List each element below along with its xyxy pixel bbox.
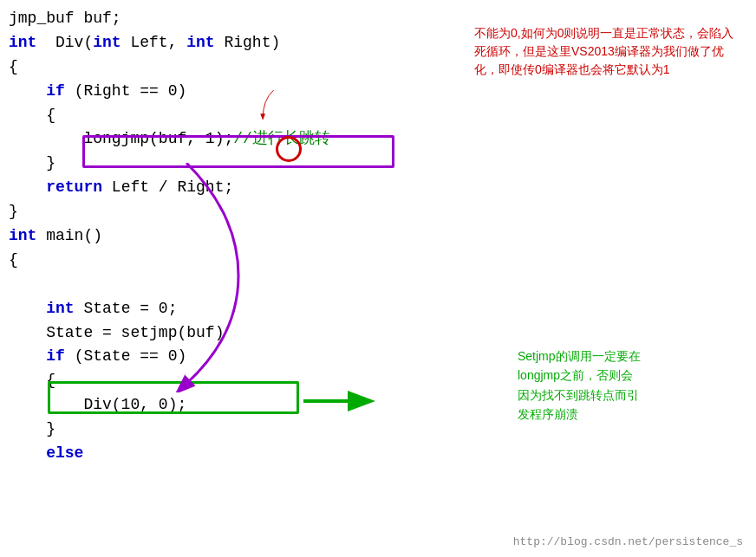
code-line-12 [9, 273, 747, 297]
code-line-8: return Left / Right; [9, 176, 747, 200]
code-line-10: int main() [9, 224, 747, 249]
annotation-bottom: Setjmp的调用一定要在 longjmp之前，否则会 因为找不到跳转点而引 发… [518, 347, 743, 424]
purple-arrow [134, 163, 247, 392]
code-line-14: State = setjmp(buf) [9, 321, 747, 346]
annotation-top: 不能为0,如何为0则说明一直是正常状态，会陷入死循环，但是这里VS2013编译器… [474, 24, 743, 79]
code-line-11: { [9, 249, 747, 273]
code-line-4: if (Right == 0) [9, 80, 747, 104]
code-line-13: int State = 0; [9, 297, 747, 321]
code-line-19: else [9, 442, 747, 466]
code-line-9: } [9, 200, 747, 224]
green-arrow [299, 388, 377, 414]
code-line-5: { [9, 104, 747, 128]
code-area: jmp_buf buf; int Div(int Left, int Right… [0, 0, 756, 557]
red-arrow [260, 48, 303, 152]
footer-url: http://blog.csdn.net/persistence_s [513, 535, 743, 548]
